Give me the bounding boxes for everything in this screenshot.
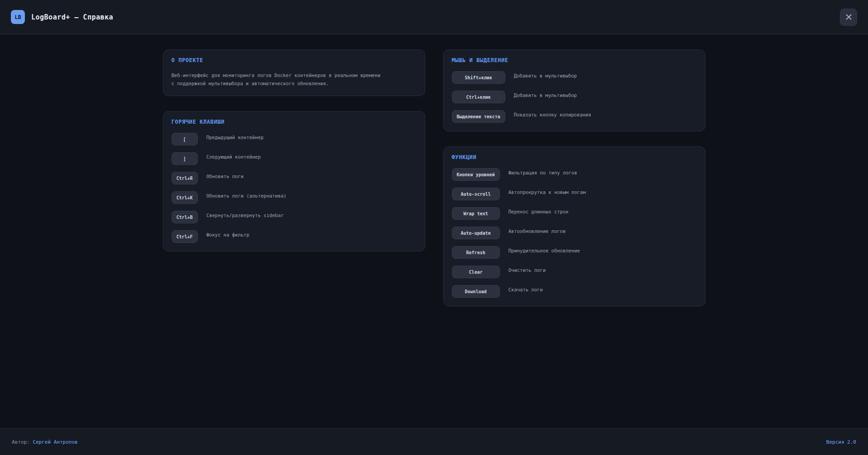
page-title: LogBoard+ — Справка [31,13,113,21]
about-description: Веб-интерфейс для мониторинга логов Dock… [172,71,417,87]
close-icon [846,14,852,20]
about-card: О ПРОЕКТЕ Веб-интерфейс для мониторинга … [163,49,425,96]
key-description: Фокус на фильтр [206,232,417,238]
key-badge: Clear [452,266,500,278]
key-description: Автопрокрутка к новым логам [508,189,697,195]
key-description: Следующий контейнер [206,154,417,160]
key-badge: [ [172,133,198,145]
key-description: Обновить логи (альтернатива) [206,193,417,199]
key-description: Фильтрация по типу логов [508,169,697,176]
key-badge: Wrap text [452,207,500,220]
functions-card: ФУНКЦИИ Кнопки уровней Фильтрация по тип… [443,146,705,306]
key-badge: Ctrl+B [172,211,198,223]
app-logo: LB [11,10,25,24]
key-description: Автообновление логов [508,228,697,234]
functions-list: Кнопки уровней Фильтрация по типу логов … [452,168,697,298]
about-card-title: О ПРОЕКТЕ [172,57,417,63]
key-description: Очистить логи [508,267,697,273]
key-badge: Auto-update [452,227,500,239]
mouse-card: МЫШЬ И ВЫДЕЛЕНИЕ Shift+клик Добавить в м… [443,49,705,131]
key-description: Перенос длинных строк [508,208,697,215]
key-badge: Shift+клик [452,71,505,84]
hotkeys-card-title: ГОРЯЧИЕ КЛАВИШИ [172,119,417,125]
help-content: О ПРОЕКТЕ Веб-интерфейс для мониторинга … [0,34,868,428]
author-link[interactable]: Сергей Антропов [33,439,77,445]
mouse-card-title: МЫШЬ И ВЫДЕЛЕНИЕ [452,57,697,63]
version-label: Версия 2.0 [826,439,856,445]
key-description: Свернуть/развернуть sidebar [206,212,417,218]
hotkeys-card: ГОРЯЧИЕ КЛАВИШИ [ Предыдущий контейнер ]… [163,111,425,252]
author-line: Автор: Сергей Антропов [12,439,78,445]
key-description: Принудительное обновление [508,247,697,254]
key-badge: Выделение текста [452,110,505,123]
right-column: МЫШЬ И ВЫДЕЛЕНИЕ Shift+клик Добавить в м… [443,49,705,306]
key-badge: Ctrl+R [172,172,198,184]
key-badge: Кнопки уровней [452,168,500,181]
key-badge: Ctrl+клик [452,91,505,103]
functions-card-title: ФУНКЦИИ [452,154,697,160]
key-badge: Ctrl+K [172,191,198,204]
hotkeys-list: [ Предыдущий контейнер ] Следующий конте… [172,133,417,243]
left-column: О ПРОЕКТЕ Веб-интерфейс для мониторинга … [163,49,425,252]
key-badge: Download [452,285,500,298]
mouse-list: Shift+клик Добавить в мультивыбор Ctrl+к… [452,71,697,123]
key-description: Обновить логи [206,173,417,179]
footer-bar: Автор: Сергей Антропов Версия 2.0 [0,428,868,455]
header-bar: LB LogBoard+ — Справка [0,0,868,34]
key-badge: Ctrl+F [172,230,198,243]
key-description: Добавить в мультивыбор [514,92,697,98]
key-description: Предыдущий контейнер [206,134,417,140]
key-badge: ] [172,152,198,165]
key-description: Добавить в мультивыбор [514,73,697,79]
key-badge: Auto-scroll [452,188,500,200]
key-badge: Refresh [452,246,500,259]
author-label: Автор: [12,439,30,445]
close-button[interactable] [840,9,857,26]
columns: О ПРОЕКТЕ Веб-интерфейс для мониторинга … [163,49,705,306]
key-description: Скачать логи [508,286,697,293]
key-description: Показать кнопку копирования [514,111,697,118]
